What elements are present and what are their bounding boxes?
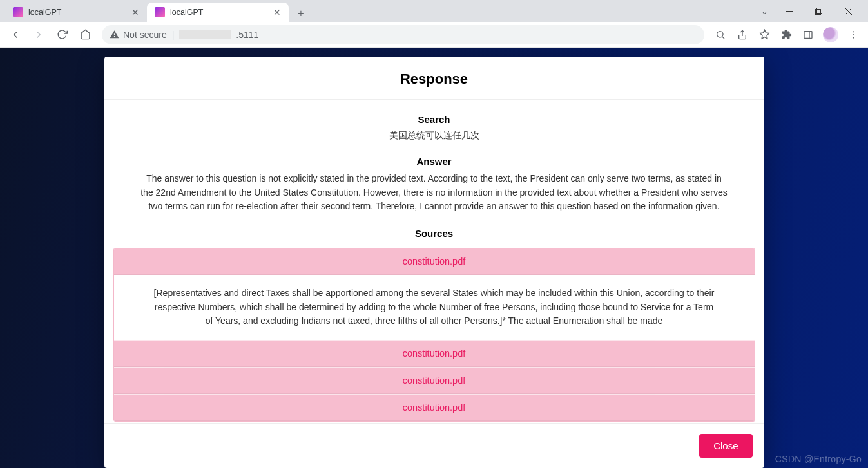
source-excerpt: [Representatives and direct Taxes shall … [114, 275, 755, 340]
close-window-button[interactable] [833, 2, 863, 20]
tab-title: localGPT [28, 8, 126, 17]
source-header[interactable]: constitution.pdf [114, 248, 755, 275]
svg-line-6 [722, 36, 724, 38]
source-header[interactable]: constitution.pdf [114, 340, 755, 367]
forward-button[interactable] [28, 24, 49, 45]
share-icon[interactable] [733, 25, 752, 44]
source-header[interactable]: constitution.pdf [114, 394, 755, 421]
not-secure-label: Not secure [123, 30, 167, 40]
browser-toolbar: Not secure | .5111 [0, 22, 868, 48]
modal-footer: Close [104, 423, 764, 468]
svg-marker-8 [760, 30, 769, 38]
tab-localgpt-1[interactable]: localGPT ✕ [5, 3, 147, 22]
source-item-3: constitution.pdf [114, 367, 755, 394]
zoom-icon[interactable] [711, 25, 730, 44]
close-tab-icon[interactable]: ✕ [273, 7, 281, 17]
close-tab-icon[interactable]: ✕ [131, 7, 139, 17]
source-item-2: constitution.pdf [114, 340, 755, 367]
source-file-link[interactable]: constitution.pdf [403, 348, 466, 359]
search-heading: Search [104, 114, 764, 125]
maximize-button[interactable] [804, 2, 833, 20]
sources-heading: Sources [104, 228, 764, 239]
tab-strip: localGPT ✕ localGPT ✕ + ⌄ [0, 0, 868, 22]
answer-heading: Answer [104, 156, 764, 167]
source-file-link[interactable]: constitution.pdf [403, 402, 466, 413]
watermark: CSDN @Entropy-Go [775, 454, 862, 464]
tab-localgpt-2[interactable]: localGPT ✕ [147, 3, 289, 22]
source-header[interactable]: constitution.pdf [114, 367, 755, 394]
page-viewport: Response Search 美国总统可以连任几次 Answer The an… [0, 48, 868, 468]
svg-rect-9 [804, 31, 812, 38]
new-tab-button[interactable]: + [293, 5, 309, 22]
redacted-host [179, 30, 231, 39]
svg-point-12 [853, 33, 854, 35]
response-modal: Response Search 美国总统可以连任几次 Answer The an… [104, 57, 764, 468]
svg-rect-1 [815, 9, 820, 14]
address-bar[interactable]: Not secure | .5111 [102, 25, 704, 44]
source-item-1: constitution.pdf [Representatives and di… [114, 248, 755, 340]
source-file-link[interactable]: constitution.pdf [403, 256, 466, 267]
favicon-icon [155, 7, 165, 17]
svg-point-11 [853, 31, 854, 32]
tab-title: localGPT [170, 8, 268, 17]
source-item-4: constitution.pdf [114, 394, 755, 421]
svg-point-5 [717, 31, 723, 37]
sources-accordion: constitution.pdf [Representatives and di… [113, 248, 755, 422]
kebab-menu-icon[interactable] [844, 25, 863, 44]
bookmark-star-icon[interactable] [755, 25, 774, 44]
search-query: 美国总统可以连任几次 [104, 130, 764, 142]
modal-title: Response [104, 57, 764, 100]
omnibox-separator: | [172, 30, 175, 40]
favicon-icon [13, 7, 23, 17]
answer-body: The answer to this question is not expli… [104, 167, 764, 214]
sidepanel-icon[interactable] [798, 25, 818, 44]
svg-rect-2 [816, 8, 822, 13]
tab-search-chevron-icon[interactable]: ⌄ [755, 2, 774, 20]
not-secure-icon: Not secure [110, 30, 167, 40]
close-button[interactable]: Close [699, 434, 752, 458]
source-file-link[interactable]: constitution.pdf [403, 375, 466, 386]
home-button[interactable] [75, 24, 95, 45]
back-button[interactable] [5, 24, 26, 45]
url-suffix: .5111 [236, 30, 258, 40]
reload-button[interactable] [52, 24, 72, 45]
profile-avatar[interactable] [823, 27, 838, 42]
minimize-button[interactable] [774, 2, 804, 20]
extensions-icon[interactable] [776, 25, 796, 44]
svg-point-13 [853, 37, 854, 38]
